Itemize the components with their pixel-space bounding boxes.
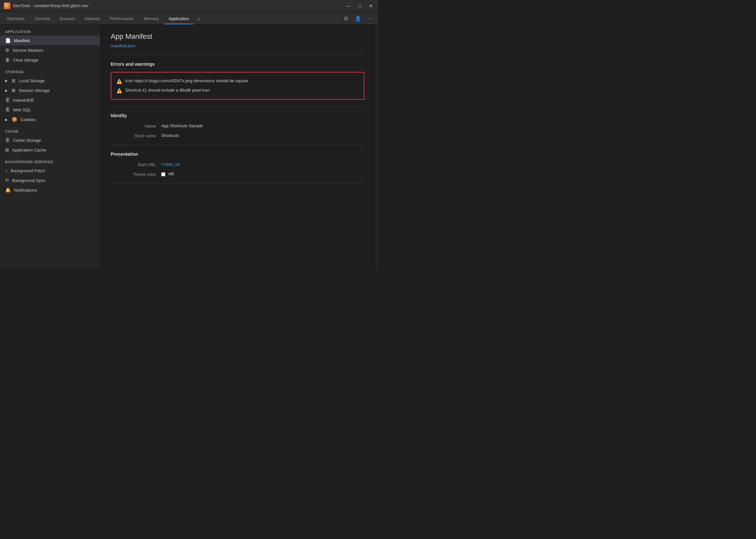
identity-section-title: Identity: [111, 113, 365, 118]
start-url-link[interactable]: /?start_url: [161, 162, 180, 167]
local-storage-expand-icon: ▶: [5, 79, 8, 83]
sidebar-item-application-cache[interactable]: ⊞ Application Cache: [0, 145, 100, 155]
sidebar-item-web-sql[interactable]: 🗄 Web SQL: [0, 105, 100, 115]
presentation-section: Presentation Start URL /?start_url Theme…: [111, 151, 365, 177]
background-fetch-icon: ↕: [5, 168, 7, 173]
sidebar-session-storage-label: Session Storage: [19, 88, 49, 93]
presentation-grid: Start URL /?start_url Theme color #fff: [111, 162, 365, 177]
tab-performance-label: Performance: [110, 16, 134, 21]
title-bar-text: DevTools - candied-flossy-fold.glitch.me…: [13, 3, 342, 8]
identity-grid: Name App Shortcuts Sample Short name Sho…: [111, 123, 365, 138]
sidebar-application-cache-label: Application Cache: [12, 148, 46, 152]
theme-color-swatch: [161, 172, 166, 177]
sidebar-item-manifest[interactable]: 📄 Manifest: [0, 36, 100, 45]
service-workers-icon: ⚙: [5, 47, 9, 53]
sidebar-item-local-storage[interactable]: ▶ ⊞ Local Storage: [0, 76, 100, 85]
content-area: App Manifest manifest.json Errors and wa…: [100, 25, 375, 270]
errors-section: Errors and warnings ⚠️ Icon https://i.im…: [111, 61, 365, 100]
theme-color-text: #fff: [168, 172, 174, 177]
profile-icon[interactable]: 👤: [352, 14, 364, 23]
sidebar-manifest-label: Manifest: [14, 38, 30, 43]
tab-elements-label: Elements: [7, 16, 25, 21]
tab-application[interactable]: Application: [164, 14, 194, 24]
session-storage-icon: ⊞: [12, 88, 16, 93]
tab-network[interactable]: Network: [80, 14, 105, 24]
sidebar-web-sql-label: Web SQL: [13, 108, 31, 112]
presentation-section-title: Presentation: [111, 151, 365, 157]
notifications-icon: 🔔: [5, 188, 11, 193]
sidebar-item-background-fetch[interactable]: ↕ Background Fetch: [0, 166, 100, 176]
cache-storage-icon: 🗄: [5, 138, 10, 143]
sidebar-background-sync-label: Background Sync: [12, 178, 45, 183]
scrollbar-track[interactable]: [375, 25, 378, 270]
divider-1: [111, 55, 365, 55]
tab-right-icons: ⚙ 👤 ⋯: [341, 14, 376, 24]
divider-2: [111, 106, 365, 107]
warning-icon-2: ⚠️: [116, 88, 122, 93]
sidebar-item-cookies[interactable]: ▶ 🍪 Cookies: [0, 115, 100, 124]
sidebar: Application 📄 Manifest ⚙ Service Workers…: [0, 25, 100, 270]
more-tabs-button[interactable]: »: [194, 14, 203, 24]
warning-icon-1: ⚠️: [116, 79, 122, 84]
divider-4: [111, 183, 365, 184]
tab-elements[interactable]: Elements: [3, 14, 29, 24]
background-sync-icon: ↻: [5, 178, 9, 183]
tab-console[interactable]: Console: [30, 14, 54, 24]
sidebar-local-storage-label: Local Storage: [19, 78, 45, 83]
application-cache-icon: ⊞: [5, 147, 9, 152]
cookies-icon: 🍪: [12, 117, 17, 122]
clear-storage-icon: 🗑: [5, 57, 10, 62]
tab-memory-label: Memory: [144, 16, 159, 21]
manifest-json-link[interactable]: manifest.json: [111, 43, 136, 48]
sidebar-section-background-services: Background Services: [0, 155, 100, 166]
name-value: App Shortcuts Sample: [161, 123, 365, 128]
error-row-2: ⚠️ Shortcut #1 should include a 96x96 pi…: [116, 86, 359, 95]
short-name-label: Short name: [111, 133, 156, 138]
tab-memory[interactable]: Memory: [139, 14, 164, 24]
error-text-1: Icon https://i.imgur.com/n5DIt7x.png dim…: [125, 78, 248, 83]
divider-3: [111, 145, 365, 145]
sidebar-section-cache: Cache: [0, 124, 100, 135]
sidebar-section-application: Application: [0, 25, 100, 36]
errors-box: ⚠️ Icon https://i.imgur.com/n5DIt7x.png …: [111, 72, 365, 100]
error-row-1: ⚠️ Icon https://i.imgur.com/n5DIt7x.png …: [116, 76, 359, 86]
sidebar-item-background-sync[interactable]: ↻ Background Sync: [0, 176, 100, 185]
sidebar-section-storage: Storage: [0, 65, 100, 76]
minimize-button[interactable]: —: [345, 3, 352, 8]
tab-performance[interactable]: Performance: [105, 14, 138, 24]
sidebar-item-clear-storage[interactable]: 🗑 Clear storage: [0, 55, 100, 65]
short-name-value: Shortcuts: [161, 133, 365, 138]
sidebar-item-indexeddb[interactable]: 🗄 IndexedDB: [0, 95, 100, 105]
app-icon: G: [4, 3, 10, 9]
indexeddb-icon: 🗄: [5, 98, 10, 103]
sidebar-indexeddb-label: IndexedDB: [13, 98, 34, 103]
title-bar-controls: — □ ✕: [345, 3, 374, 8]
tab-application-label: Application: [169, 16, 189, 21]
maximize-button[interactable]: □: [357, 3, 363, 8]
main-layout: Application 📄 Manifest ⚙ Service Workers…: [0, 25, 378, 270]
tab-console-label: Console: [34, 16, 50, 21]
sidebar-cookies-label: Cookies: [20, 117, 35, 122]
tab-network-label: Network: [85, 16, 100, 21]
sidebar-item-service-workers[interactable]: ⚙ Service Workers: [0, 45, 100, 55]
session-storage-expand-icon: ▶: [5, 89, 8, 92]
sidebar-item-session-storage[interactable]: ▶ ⊞ Session Storage: [0, 85, 100, 95]
page-title: App Manifest: [111, 33, 365, 41]
identity-section: Identity Name App Shortcuts Sample Short…: [111, 113, 365, 138]
close-button[interactable]: ✕: [368, 3, 374, 8]
tab-sources-label: Sources: [60, 16, 75, 21]
manifest-icon: 📄: [5, 38, 11, 43]
start-url-label: Start URL: [111, 162, 156, 167]
sidebar-item-notifications[interactable]: 🔔 Notifications: [0, 185, 100, 195]
cookies-expand-icon: ▶: [5, 118, 8, 121]
more-options-icon[interactable]: ⋯: [365, 14, 376, 23]
sidebar-notifications-label: Notifications: [14, 188, 37, 193]
sidebar-item-cache-storage[interactable]: 🗄 Cache Storage: [0, 135, 100, 145]
settings-icon[interactable]: ⚙: [341, 14, 351, 23]
start-url-value: /?start_url: [161, 162, 365, 167]
title-bar: G DevTools - candied-flossy-fold.glitch.…: [0, 0, 378, 12]
tab-bar: Elements Console Sources Network Perform…: [0, 12, 378, 25]
tab-sources[interactable]: Sources: [55, 14, 80, 24]
theme-color-value: #fff: [161, 172, 365, 177]
name-label: Name: [111, 123, 156, 128]
